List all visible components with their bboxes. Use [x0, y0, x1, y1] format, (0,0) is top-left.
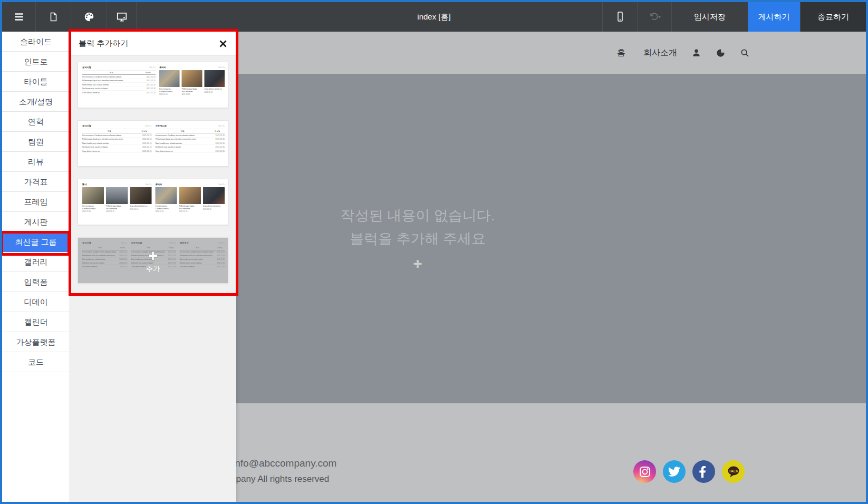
undo-icon: [647, 12, 662, 22]
block-thumbnail-4[interactable]: 공지사항더보기+제목작성일In in est purus, Curabitur …: [78, 237, 228, 284]
section-title: 행사: [82, 183, 87, 186]
gallery-item: Cras ultrices lorem eu2021-12-15: [204, 70, 225, 105]
kakaotalk-icon[interactable]: TALK: [722, 460, 745, 483]
panel-body: 공지사항더보기+제목작성일In in est purus, Curabitur …: [70, 56, 236, 502]
instagram-icon[interactable]: [633, 460, 656, 483]
post-row: Cras ultrices lorem eu2021-12-15: [82, 91, 156, 94]
section-title: 공지사항: [82, 124, 91, 128]
sidebar-item-7[interactable]: 리뷰: [2, 152, 70, 172]
theme-button[interactable]: [71, 2, 107, 32]
sidebar-item-9[interactable]: 프레임: [2, 192, 70, 212]
temp-save-button[interactable]: 임시저장: [671, 2, 748, 32]
photo-crowd: [130, 187, 151, 204]
column-header-title: 제목: [82, 130, 137, 132]
publish-button[interactable]: 게시하기: [748, 2, 800, 32]
nav-link-1[interactable]: 홈: [617, 47, 625, 59]
sidebar-item-11[interactable]: 최신글 그룹: [2, 232, 70, 252]
page-button[interactable]: [36, 2, 71, 32]
column-header-date: 작성일: [141, 71, 156, 74]
add-hover-overlay[interactable]: +추가: [78, 238, 228, 283]
empty-line-1: 작성된 내용이 없습니다.: [259, 205, 576, 228]
panel-title: 블럭 추가하기: [79, 38, 128, 49]
sidebar-item-3[interactable]: 타이틀: [2, 72, 70, 92]
page-icon: [48, 12, 59, 22]
close-icon[interactable]: [218, 39, 228, 49]
more-link: 더보기+: [145, 183, 152, 186]
sidebar-item-1[interactable]: 슬라이드: [2, 32, 70, 52]
search-icon[interactable]: [739, 47, 750, 58]
more-link: 더보기+: [218, 124, 225, 127]
post-row: Nam fringilla arcu a ligula porttitor202…: [156, 141, 225, 145]
gallery-item: In in est purus,Curabitur viverra2021-12…: [156, 187, 177, 222]
palette-icon: [83, 11, 95, 23]
post-row: Sed lorem erat, iaculis et aliquet2021-1…: [82, 145, 152, 149]
sidebar-item-12[interactable]: 갤러리: [2, 252, 70, 272]
post-row: Sed lorem erat, iaculis et aliquet2021-1…: [156, 145, 225, 149]
column-header-title: 제목: [82, 71, 141, 74]
photo-desk-work: [179, 187, 201, 204]
nav-link-2[interactable]: 회사소개: [643, 47, 677, 59]
post-row: In in est purus, Curabitur viverra vulpu…: [82, 133, 152, 137]
sidebar-item-5[interactable]: 연혁: [2, 112, 70, 132]
post-row: Sed lorem erat, iaculis et aliquet2021-1…: [82, 86, 156, 90]
sidebar-item-4[interactable]: 소개/설명: [2, 92, 70, 112]
photo-team-laptop: [159, 70, 180, 87]
account-icon[interactable]: [691, 47, 701, 58]
gallery-item: Cras ultrices lorem eu2021-12-15: [130, 187, 151, 222]
topbar-left-tools: [2, 2, 137, 32]
sidebar-item-14[interactable]: 디데이: [2, 292, 70, 312]
footer-email: info@abccompany.com: [233, 458, 336, 469]
post-row: In in est purus, Curabitur viverra vulpu…: [82, 75, 156, 79]
photo-street: [106, 187, 128, 204]
block-thumbnail-3[interactable]: 행사더보기+In in est purus,Curabitur viverra2…: [78, 179, 228, 225]
gallery-item: Pellentesque ligulaarcu interdum2021-12-…: [182, 70, 202, 105]
block-thumbnail-1[interactable]: 공지사항더보기+제목작성일In in est purus, Curabitur …: [78, 62, 228, 108]
hamburger-icon: [13, 11, 25, 23]
post-row: Nam fringilla arcu a ligula porttitor202…: [82, 141, 152, 145]
empty-state-message: 작성된 내용이 없습니다. 블럭을 추가해 주세요 +: [259, 205, 576, 272]
language-globe-icon[interactable]: [715, 47, 726, 58]
column-header-title: 제목: [156, 130, 210, 132]
photo-desk-work: [182, 70, 202, 87]
photo-team-laptop: [156, 187, 177, 204]
topbar-right-tools: 임시저장 게시하기 종료하기: [602, 2, 866, 32]
more-link: 더보기+: [149, 66, 156, 69]
desktop-preview-button[interactable]: [107, 2, 137, 32]
section-title: 갤러리: [159, 66, 166, 69]
site-nav: 홈회사소개: [617, 32, 750, 74]
topbar: index [홈] 임시저장 게시하기 종료하기: [2, 2, 866, 32]
mobile-preview-button[interactable]: [602, 2, 637, 32]
sidebar: 슬라이드인트로타이틀소개/설명연혁팀원리뷰가격표프레임게시판최신글 그룹갤러리입…: [2, 32, 70, 502]
sidebar-item-17[interactable]: 코드: [2, 352, 70, 372]
more-link: 더보기+: [218, 66, 225, 69]
twitter-icon[interactable]: [663, 460, 686, 483]
section-title: 갤러리: [156, 183, 162, 186]
sidebar-item-16[interactable]: 가상플랫폼: [2, 332, 70, 352]
sidebar-item-15[interactable]: 캘린더: [2, 312, 70, 332]
social-links: TALK: [633, 460, 745, 483]
section-title: 공지사항: [82, 66, 91, 69]
sidebar-item-2[interactable]: 인트로: [2, 52, 70, 72]
menu-button[interactable]: [2, 2, 36, 32]
post-row: Pellentesque ligula arcu interdum consec…: [82, 137, 152, 141]
block-thumbnail-2[interactable]: 공지사항더보기+제목작성일In in est purus, Curabitur …: [78, 120, 228, 167]
sidebar-item-10[interactable]: 게시판: [2, 212, 70, 232]
post-row: Pellentesque ligula arcu interdum consec…: [82, 79, 156, 82]
kakao-talk-label: TALK: [728, 469, 738, 472]
post-row: Nam fringilla arcu a ligula porttitor202…: [82, 83, 156, 86]
sidebar-item-13[interactable]: 입력폼: [2, 272, 70, 292]
gallery-item: In in est purus,Curabitur viverra2021-12…: [159, 70, 180, 105]
photo-tablet-dark: [203, 187, 225, 204]
gallery-item: In in est purus,Curabitur viverra2021-12…: [82, 187, 104, 222]
sidebar-item-8[interactable]: 가격표: [2, 172, 70, 192]
facebook-icon[interactable]: [692, 460, 715, 483]
sidebar-item-6[interactable]: 팀원: [2, 132, 70, 152]
undo-button[interactable]: [637, 2, 671, 32]
gallery-item: Pellentesque ligulaarcu interdum2021-12-…: [179, 187, 201, 222]
more-link: 더보기+: [218, 183, 225, 186]
exit-button[interactable]: 종료하기: [800, 2, 866, 32]
post-row: Cras ultrices lorem eu2021-12-15: [82, 149, 152, 153]
more-link: 더보기+: [145, 124, 152, 127]
add-block-plus-icon[interactable]: +: [259, 256, 576, 272]
gallery-item: Cras ultrices lorem eu2021-12-15: [203, 187, 225, 222]
